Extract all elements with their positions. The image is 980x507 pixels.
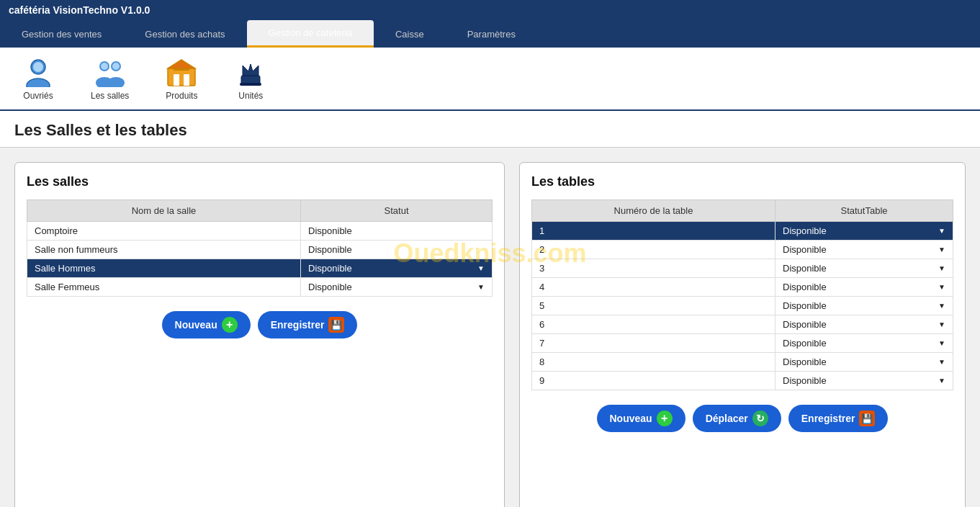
toolbar-item-produits[interactable]: Produits [158, 53, 205, 104]
tab-caisse[interactable]: Caisse [374, 20, 446, 48]
tables-nouveau-label: Nouveau [610, 413, 652, 424]
tables-panel: Les tables Numéro de la table StatutTabl… [519, 162, 966, 507]
menu-tabs: Gestion des ventes Gestion des achats Ge… [0, 20, 980, 48]
tables-row-statut[interactable]: Disponible▼ [776, 297, 953, 315]
tables-table: Numéro de la table StatutTable 1Disponib… [531, 199, 953, 390]
salles-nouveau-label: Nouveau [175, 319, 217, 331]
tab-cafeteria[interactable]: Gestion de cafeteria [247, 20, 374, 48]
tables-row-statut[interactable]: Disponible▼ [776, 222, 953, 241]
tables-row[interactable]: 6Disponible▼ [532, 315, 953, 334]
salles-row-nom: Salle non fummeurs [27, 241, 301, 259]
page-title: Les Salles et les tables [0, 111, 980, 148]
tables-col-num: Numéro de la table [532, 200, 776, 222]
tables-row-num: 2 [532, 241, 776, 259]
tables-row-num: 9 [532, 372, 776, 390]
svg-rect-13 [174, 68, 189, 71]
svg-point-8 [112, 63, 120, 70]
tables-panel-title: Les tables [531, 174, 953, 189]
tables-deplacer-icon: ↻ [752, 410, 768, 426]
salles-col-nom: Nom de la salle [27, 200, 301, 222]
salles-row-statut[interactable]: Disponible [301, 222, 493, 241]
tables-row-statut[interactable]: Disponible▼ [776, 372, 953, 390]
tables-row-statut[interactable]: Disponible▼ [776, 259, 953, 278]
svg-rect-11 [174, 74, 179, 86]
tables-enregistrer-button[interactable]: Enregistrer 💾 [788, 405, 889, 432]
salles-table: Nom de la salle Statut ComptoireDisponib… [27, 199, 493, 297]
tables-row-statut[interactable]: Disponible▼ [776, 241, 953, 259]
salles-col-statut: Statut [301, 200, 493, 222]
tables-row-num: 6 [532, 315, 776, 334]
svg-point-2 [33, 62, 43, 72]
tables-row-num: 1 [532, 222, 776, 241]
salles-enregistrer-button[interactable]: Enregistrer 💾 [258, 311, 358, 338]
salles-row-statut[interactable]: Disponible▼ [301, 259, 493, 278]
tables-row-num: 8 [532, 353, 776, 372]
tables-row-statut[interactable]: Disponible▼ [776, 278, 953, 297]
tables-row[interactable]: 1Disponible▼ [532, 222, 953, 241]
produits-icon [165, 56, 198, 89]
salles-row-statut[interactable]: Disponible [301, 241, 493, 259]
tables-row[interactable]: 4Disponible▼ [532, 278, 953, 297]
ouvries-icon [22, 56, 55, 89]
tab-achats[interactable]: Gestion des achats [123, 20, 246, 48]
salles-row[interactable]: Salle non fummeursDisponible [27, 241, 493, 259]
tables-row-num: 7 [532, 334, 776, 353]
app-title: cafétéria VisionTechno V1.0.0 [9, 4, 150, 16]
svg-marker-15 [243, 64, 259, 76]
tab-ventes[interactable]: Gestion des ventes [0, 20, 123, 48]
svg-rect-9 [168, 68, 195, 86]
toolbar-item-les-salles[interactable]: Les salles [84, 53, 136, 104]
tables-row-num: 5 [532, 297, 776, 315]
svg-rect-12 [184, 74, 189, 86]
svg-point-7 [101, 63, 108, 70]
salles-row[interactable]: ComptoireDisponible [27, 222, 493, 241]
toolbar: Ouvriés Les salles [0, 48, 980, 111]
tables-deplacer-button[interactable]: Déplacer ↻ [693, 405, 781, 432]
tables-row-statut[interactable]: Disponible▼ [776, 315, 953, 334]
toolbar-label-ouvries: Ouvriés [23, 91, 53, 101]
tables-row[interactable]: 5Disponible▼ [532, 297, 953, 315]
tables-col-statut: StatutTable [776, 200, 953, 222]
salles-enregistrer-icon: 💾 [328, 317, 344, 333]
tables-row-num: 4 [532, 278, 776, 297]
salles-row[interactable]: Salle HommesDisponible▼ [27, 259, 493, 278]
svg-point-1 [27, 78, 50, 87]
tables-deplacer-label: Déplacer [706, 413, 748, 424]
salles-nouveau-button[interactable]: Nouveau + [162, 311, 251, 338]
svg-marker-10 [168, 60, 195, 68]
salles-row[interactable]: Salle FemmeusDisponible▼ [27, 278, 493, 297]
tables-row[interactable]: 7Disponible▼ [532, 334, 953, 353]
salles-btn-row: Nouveau + Enregistrer 💾 [27, 311, 493, 338]
tables-enregistrer-icon: 💾 [859, 410, 875, 426]
tables-btn-row: Nouveau + Déplacer ↻ Enregistrer 💾 [531, 405, 953, 432]
toolbar-label-produits: Produits [166, 91, 197, 101]
tables-row[interactable]: 8Disponible▼ [532, 353, 953, 372]
tab-parametres[interactable]: Paramètres [446, 20, 537, 48]
toolbar-label-unites: Unités [238, 91, 263, 101]
unites-icon [234, 56, 267, 89]
svg-rect-16 [240, 83, 261, 86]
tables-nouveau-icon: + [657, 410, 673, 426]
salles-row-statut[interactable]: Disponible▼ [301, 278, 493, 297]
salles-nouveau-icon: + [222, 317, 238, 333]
main-content: Les salles Nom de la salle Statut Compto… [0, 148, 980, 507]
tables-row[interactable]: 9Disponible▼ [532, 372, 953, 390]
salles-panel: Les salles Nom de la salle Statut Compto… [14, 162, 505, 507]
tables-enregistrer-label: Enregistrer [801, 413, 855, 424]
salles-enregistrer-label: Enregistrer [271, 319, 325, 331]
salles-row-nom: Salle Femmeus [27, 278, 301, 297]
tables-row[interactable]: 3Disponible▼ [532, 259, 953, 278]
toolbar-item-ouvries[interactable]: Ouvriés [14, 53, 62, 104]
salles-row-nom: Comptoire [27, 222, 301, 241]
salles-row-nom: Salle Hommes [27, 259, 301, 278]
toolbar-item-unites[interactable]: Unités [227, 53, 274, 104]
tables-row-statut[interactable]: Disponible▼ [776, 334, 953, 353]
toolbar-label-les-salles: Les salles [91, 91, 129, 101]
tables-nouveau-button[interactable]: Nouveau + [597, 405, 685, 432]
les-salles-icon [94, 56, 127, 89]
salles-panel-title: Les salles [27, 174, 493, 189]
tables-row[interactable]: 2Disponible▼ [532, 241, 953, 259]
title-bar: cafétéria VisionTechno V1.0.0 [0, 0, 980, 20]
tables-row-num: 3 [532, 259, 776, 278]
tables-row-statut[interactable]: Disponible▼ [776, 353, 953, 372]
